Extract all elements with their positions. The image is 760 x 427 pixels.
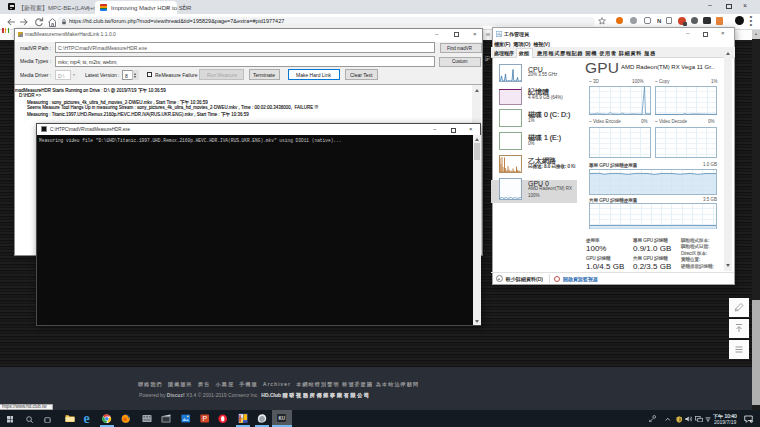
svg-text:2: 2 — [750, 419, 752, 423]
svg-text:P: P — [202, 415, 207, 422]
